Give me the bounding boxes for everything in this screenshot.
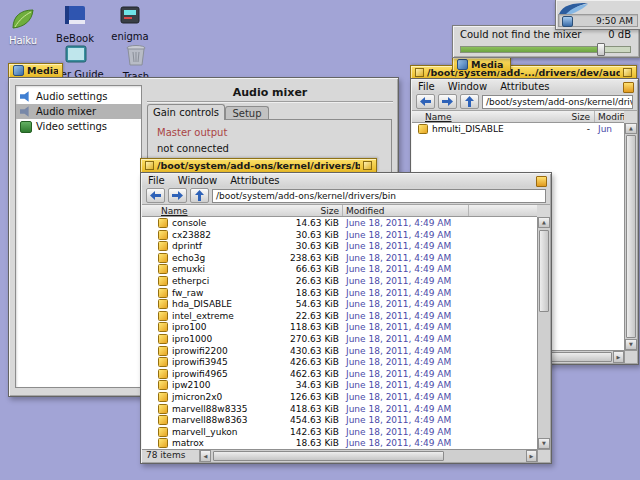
deskbar-leaf-menu[interactable]: [558, 0, 592, 13]
back-button[interactable]: [416, 94, 435, 109]
vertical-scrollbar[interactable]: ▲ ▼: [537, 217, 550, 449]
scroll-down-button[interactable]: ▼: [538, 438, 550, 449]
up-button[interactable]: [460, 94, 479, 109]
volume-slider[interactable]: [460, 43, 631, 54]
back-button[interactable]: [146, 188, 165, 203]
file-row[interactable]: marvell_yukon 142.63 KiB June 18, 2011, …: [142, 426, 537, 438]
file-name: ipro100: [172, 322, 206, 332]
file-size: 30.63 KiB: [260, 241, 339, 251]
file-size: 418.63 KiB: [260, 404, 339, 414]
audio-window-tab[interactable]: /boot/system/add-.../drivers/dev/audio: [410, 65, 637, 79]
tray-media-icon[interactable]: [562, 16, 573, 27]
scroll-right-button[interactable]: ▶: [526, 450, 537, 462]
zoom-button[interactable]: [623, 68, 632, 77]
bin-window-tab[interactable]: /boot/system/add-ons/kernel/drivers/bin: [140, 158, 377, 172]
file-row[interactable]: emuxki 66.63 KiB June 18, 2011, 4:49 AM: [142, 263, 537, 275]
column-modified[interactable]: Modified: [346, 206, 384, 216]
scrollbar-thumb[interactable]: [213, 451, 444, 461]
column-name[interactable]: Name: [161, 206, 188, 216]
driver-file-icon: [158, 299, 168, 309]
file-modified: June 18, 2011, 4:49 AM: [346, 311, 451, 321]
menu-file[interactable]: File: [418, 81, 435, 93]
close-button[interactable]: [415, 68, 424, 77]
file-row[interactable]: matrox 18.63 KiB June 18, 2011, 4:49 AM: [142, 437, 537, 449]
column-separator[interactable]: [342, 205, 343, 216]
scroll-down-button[interactable]: ▼: [625, 339, 637, 350]
column-separator[interactable]: [594, 111, 595, 122]
column-size[interactable]: Size: [260, 206, 339, 216]
menu-attributes[interactable]: Attributes: [500, 81, 549, 93]
driver-file-icon: [158, 334, 168, 344]
file-row[interactable]: console 14.63 KiB June 18, 2011, 4:49 AM: [142, 217, 537, 229]
file-modified: June 18, 2011, 4:49 AM: [346, 346, 451, 356]
file-row[interactable]: echo3g 238.63 KiB June 18, 2011, 4:49 AM: [142, 252, 537, 264]
file-row[interactable]: intel_extreme 22.63 KiB June 18, 2011, 4…: [142, 310, 537, 322]
menu-file[interactable]: File: [148, 175, 165, 187]
file-row[interactable]: marvell88w8363 454.63 KiB June 18, 2011,…: [142, 414, 537, 426]
column-modified[interactable]: Modified: [598, 112, 624, 122]
tab-setup[interactable]: Setup: [225, 106, 269, 120]
file-size: 454.63 KiB: [260, 415, 339, 425]
file-row[interactable]: iprowifi3945 426.63 KiB June 18, 2011, 4…: [142, 356, 537, 368]
media-list-item[interactable]: Video settings: [16, 119, 141, 134]
scrollbar-thumb[interactable]: [626, 135, 636, 338]
media-window-tab[interactable]: Media: [8, 63, 63, 77]
forward-button[interactable]: [438, 94, 457, 109]
media-mini-tab[interactable]: Media: [452, 57, 511, 71]
deskbar-clock[interactable]: 9:50 AM: [596, 16, 633, 26]
haiku-leaf-icon: [10, 8, 36, 34]
file-row[interactable]: hda_DISABLE 54.63 KiB June 18, 2011, 4:4…: [142, 298, 537, 310]
driver-file-icon: [158, 438, 168, 448]
media-list-item[interactable]: Audio mixer: [16, 104, 141, 119]
file-row[interactable]: hmulti_DISABLE - Jun: [412, 123, 624, 136]
column-name[interactable]: Name: [425, 112, 452, 122]
file-row[interactable]: cx23882 30.63 KiB June 18, 2011, 4:49 AM: [142, 229, 537, 241]
file-row[interactable]: ipro1000 270.63 KiB June 18, 2011, 4:49 …: [142, 333, 537, 345]
file-name: etherpci: [172, 276, 209, 286]
close-button[interactable]: [145, 161, 154, 170]
resize-corner[interactable]: [537, 449, 550, 462]
zoom-button[interactable]: [363, 161, 372, 170]
menu-window[interactable]: Window: [448, 81, 487, 93]
scroll-right-button[interactable]: ▶: [613, 351, 624, 363]
scroll-left-button[interactable]: ◀: [200, 450, 211, 462]
file-name: hda_DISABLE: [172, 299, 232, 309]
up-button[interactable]: [190, 188, 209, 203]
file-row[interactable]: marvell88w8335 418.63 KiB June 18, 2011,…: [142, 403, 537, 415]
file-row[interactable]: iprowifi2200 430.63 KiB June 18, 2011, 4…: [142, 345, 537, 357]
scrollbar-thumb[interactable]: [539, 230, 549, 312]
file-row[interactable]: fw_raw 18.63 KiB June 18, 2011, 4:49 AM: [142, 287, 537, 299]
menu-bar: File Window Attributes: [412, 80, 637, 93]
horizontal-scrollbar[interactable]: ◀ ▶: [200, 450, 537, 462]
media-list-item[interactable]: Audio settings: [16, 89, 141, 104]
file-row[interactable]: ipro100 118.63 KiB June 18, 2011, 4:49 A…: [142, 321, 537, 333]
file-row[interactable]: etherpci 26.63 KiB June 18, 2011, 4:49 A…: [142, 275, 537, 287]
menu-window[interactable]: Window: [178, 175, 217, 187]
file-row[interactable]: iprowifi4965 462.63 KiB June 18, 2011, 4…: [142, 368, 537, 380]
file-row[interactable]: jmicron2x0 126.63 KiB June 18, 2011, 4:4…: [142, 391, 537, 403]
file-size: 142.63 KiB: [260, 427, 339, 437]
slider-track[interactable]: [460, 46, 631, 53]
file-row[interactable]: dprintf 30.63 KiB June 18, 2011, 4:49 AM: [142, 240, 537, 252]
desktop-icon-enigma[interactable]: enigma: [106, 4, 154, 42]
vertical-scrollbar[interactable]: ▲ ▼: [624, 123, 637, 350]
file-modified: June 18, 2011, 4:49 AM: [346, 427, 451, 437]
column-separator[interactable]: [468, 205, 469, 216]
column-size[interactable]: Size: [512, 112, 590, 122]
resize-corner[interactable]: [624, 350, 637, 363]
not-connected-label: not connected: [157, 143, 229, 154]
desktop-icon-haiku[interactable]: Haiku: [2, 8, 44, 46]
scroll-up-button[interactable]: ▲: [538, 217, 550, 228]
column-headers: Name Size Modified: [412, 111, 624, 123]
menu-attributes[interactable]: Attributes: [230, 175, 279, 187]
desktop-icon-bebook[interactable]: BeBook: [52, 4, 98, 44]
file-row[interactable]: ipw2100 34.63 KiB June 18, 2011, 4:49 AM: [142, 379, 537, 391]
volume-slider-knob[interactable]: [597, 43, 605, 56]
location-field[interactable]: /boot/system/add-ons/kernel/drivers/dev/…: [482, 95, 633, 109]
location-field[interactable]: /boot/system/add-ons/kernel/drivers/bin: [212, 189, 546, 203]
forward-button[interactable]: [168, 188, 187, 203]
notification-message: Could not find the mixer: [460, 29, 581, 40]
tab-gain-controls[interactable]: Gain controls: [147, 104, 225, 120]
file-size: 118.63 KiB: [260, 322, 339, 332]
scroll-up-button[interactable]: ▲: [625, 123, 637, 134]
